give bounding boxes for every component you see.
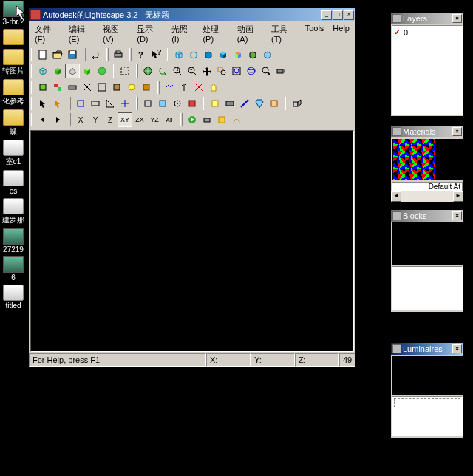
render-stop-button[interactable] <box>200 112 214 127</box>
material-swatch[interactable] <box>393 139 435 180</box>
cube-hidden-button[interactable] <box>186 47 201 62</box>
toolbar-grip[interactable] <box>113 64 115 78</box>
tool-d3[interactable] <box>170 96 185 111</box>
cube-enhance-button[interactable] <box>260 47 275 62</box>
tool-a8[interactable] <box>139 80 154 95</box>
zoom-out-button[interactable]: - <box>185 64 200 78</box>
tool-e2[interactable] <box>222 96 237 111</box>
view-persp-button[interactable] <box>35 64 50 78</box>
undo-button[interactable] <box>88 47 103 62</box>
redo-button[interactable] <box>155 64 170 78</box>
desktop-icon[interactable]: titled <box>0 285 27 310</box>
view-green-cube-button[interactable] <box>50 64 65 78</box>
cube-shaded-button[interactable] <box>201 47 216 62</box>
menu-animation[interactable]: 动画(A) <box>233 22 267 45</box>
menu-tools-cn[interactable]: 工具(T) <box>267 22 301 45</box>
coord-next-button[interactable] <box>50 112 65 127</box>
viewport[interactable] <box>30 130 354 352</box>
axis-y-button[interactable]: Y <box>88 112 103 127</box>
tool-c4[interactable] <box>118 96 132 111</box>
pan-button[interactable] <box>200 64 214 78</box>
tool-a7[interactable] <box>124 80 139 95</box>
tool-a6[interactable] <box>109 80 124 95</box>
zoom-window-button[interactable] <box>214 64 229 78</box>
blocks-list[interactable] <box>392 266 463 310</box>
print-button[interactable] <box>111 47 126 62</box>
menu-view[interactable]: 视图(V) <box>98 22 132 45</box>
toolbar-grip[interactable] <box>180 113 183 126</box>
desktop-icon[interactable]: 化参考 <box>0 79 27 106</box>
toolbar-grip[interactable] <box>136 97 138 110</box>
render-set1-button[interactable] <box>214 112 229 127</box>
materials-scrollbar[interactable]: ◄ ► <box>391 191 463 202</box>
panel-close-button[interactable]: × <box>452 127 462 136</box>
desktop-icon[interactable]: es <box>0 170 27 195</box>
desktop-icon[interactable]: 建罗那 <box>0 198 27 225</box>
layer-item[interactable]: ✓ 0 <box>392 26 462 38</box>
desktop-icon[interactable]: 27219 <box>0 228 27 254</box>
tool-e1[interactable] <box>208 96 222 111</box>
menu-lighting[interactable]: 光照(I) <box>167 22 198 45</box>
menu-tools[interactable]: Tools <box>301 22 329 45</box>
desktop-icon[interactable]: 6 <box>0 256 27 282</box>
tool-a4[interactable] <box>80 80 95 95</box>
desktop-icon[interactable]: 转图片 <box>0 49 27 76</box>
desktop-icon[interactable]: 3-rbr.? <box>0 1 27 26</box>
tool-d1[interactable] <box>140 96 155 111</box>
menu-file[interactable]: 文件(F) <box>30 22 64 45</box>
all-axes-button[interactable]: All <box>162 112 177 127</box>
menu-edit[interactable]: 编辑(E) <box>64 22 98 45</box>
toolbar-grip[interactable] <box>129 48 132 61</box>
zoom-in-button[interactable]: + <box>170 64 185 78</box>
tool-c2[interactable] <box>88 96 103 111</box>
tool-a5[interactable] <box>95 80 109 95</box>
cube-solid-button[interactable] <box>216 47 231 62</box>
axis-z-button[interactable]: Z <box>103 112 118 127</box>
toolbar-grip[interactable] <box>84 48 86 61</box>
tool-d2[interactable] <box>155 96 170 111</box>
tool-b1[interactable] <box>162 80 177 95</box>
toolbar-grip[interactable] <box>157 81 160 94</box>
save-button[interactable] <box>65 47 80 62</box>
render-go-button[interactable] <box>185 112 200 127</box>
render-set2-button[interactable] <box>229 112 244 127</box>
titlebar[interactable]: Autodesk的Lightscape 3.2 - 无标题 _ □ × <box>29 8 355 21</box>
pointer-help-button[interactable]: ? <box>149 47 163 62</box>
zoom-realtime-button[interactable] <box>259 64 273 78</box>
panel-titlebar[interactable]: Blocks × <box>391 210 463 222</box>
tool-a1[interactable] <box>35 80 50 95</box>
tool-c3[interactable] <box>103 96 118 111</box>
new-button[interactable] <box>35 47 50 62</box>
scroll-right-button[interactable]: ► <box>453 191 463 202</box>
tool-e4[interactable] <box>252 96 267 111</box>
tool-b3[interactable] <box>191 80 206 95</box>
plane-xy-button[interactable]: XY <box>118 112 132 127</box>
axis-x-button[interactable]: X <box>73 112 88 127</box>
panel-close-button[interactable]: × <box>452 211 462 220</box>
luminaires-list[interactable] <box>392 396 463 436</box>
panel-titlebar[interactable]: Luminaires × <box>391 343 463 355</box>
toolbar-grip[interactable] <box>136 64 138 78</box>
select-rect-button[interactable] <box>118 64 132 78</box>
toolbar-grip[interactable] <box>31 113 33 126</box>
toolbar-grip[interactable] <box>167 48 169 61</box>
toolbar-grip[interactable] <box>31 64 33 78</box>
toolbar-grip[interactable] <box>31 81 33 94</box>
toolbar-grip[interactable] <box>69 97 71 110</box>
menu-process[interactable]: 处理(P) <box>198 22 232 45</box>
toolbar-grip[interactable] <box>285 97 287 110</box>
open-button[interactable] <box>50 47 65 62</box>
tool-a3[interactable] <box>65 80 80 95</box>
cube-color-button[interactable] <box>231 47 245 62</box>
plane-yz-button[interactable]: YZ <box>147 112 162 127</box>
toolbar-grip[interactable] <box>203 97 205 110</box>
tool-e3[interactable] <box>237 96 252 111</box>
tool-b4[interactable] <box>206 80 221 95</box>
tool-c1[interactable] <box>73 96 88 111</box>
cube-texture-button[interactable] <box>245 47 260 62</box>
plane-zx-button[interactable]: ZX <box>132 112 147 127</box>
orbit-button[interactable] <box>244 64 259 78</box>
camera-button[interactable] <box>273 64 288 78</box>
minimize-button[interactable]: _ <box>321 10 332 20</box>
coord-prev-button[interactable] <box>35 112 50 127</box>
